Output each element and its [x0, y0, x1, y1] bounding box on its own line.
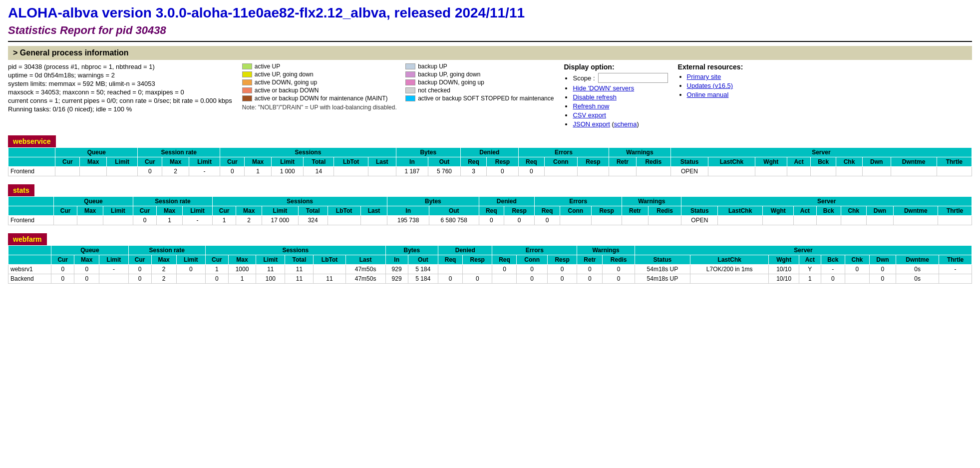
legend-item: active UP: [242, 63, 390, 70]
refresh-now-link[interactable]: Refresh now: [573, 102, 609, 110]
col-sub-header: Max: [162, 157, 189, 167]
col-sub-header: Cur: [138, 157, 162, 167]
col-sub-header: Last: [368, 157, 396, 167]
table-cell: [841, 216, 867, 225]
backend-section: statsQueueSession rateSessionsBytesDenie…: [8, 184, 972, 225]
table-cell: [53, 216, 77, 225]
disable-refresh-item: Disable refresh: [573, 93, 667, 101]
table-cell: 6 580 758: [429, 216, 479, 225]
table-cell: [80, 167, 107, 176]
col-sub-header: Resp: [463, 255, 492, 265]
col-sub-header: Req: [460, 157, 486, 167]
col-group-header: Warnings: [622, 197, 681, 206]
table-cell: 1 187: [396, 167, 428, 176]
tasks-line: Running tasks: 0/16 (0 niced); idle = 10…: [8, 105, 232, 113]
col-sub-header: Max: [157, 206, 183, 216]
table-cell: L7OK/200 in 1ms: [690, 265, 769, 274]
col-sub-header: Act: [787, 157, 811, 167]
table-cell: 100: [256, 274, 285, 284]
table-cell: 3: [460, 167, 486, 176]
table-cell: [787, 167, 811, 176]
table-cell: [794, 216, 816, 225]
primary-site-link[interactable]: Primary site: [687, 73, 721, 80]
table-cell: 0: [51, 265, 74, 274]
col-sub-header: Dwntme: [896, 255, 939, 265]
hide-down-link[interactable]: Hide 'DOWN' servers: [573, 84, 634, 92]
legend-item: active or backup DOWN: [242, 87, 390, 94]
json-export-link[interactable]: JSON export: [573, 120, 610, 128]
table-header-sub-row: CurMaxLimitCurMaxLimitCurMaxLimitTotalLb…: [8, 255, 972, 265]
col-group-header: Warnings: [609, 148, 671, 157]
csv-export-item: CSV export: [573, 111, 667, 119]
table-cell: 1: [228, 274, 256, 284]
table-cell: [648, 216, 681, 225]
disable-refresh-link[interactable]: Disable refresh: [573, 93, 616, 101]
col-sub-header: LbTot: [334, 157, 368, 167]
col-sub-header: Limit: [176, 255, 205, 265]
refresh-now-item: Refresh now: [573, 102, 667, 110]
col-group-header: Queue: [55, 148, 138, 157]
table-row: Frontend01-1217 000324195 7386 580 75800…: [8, 216, 972, 225]
col-sub-header: Status: [635, 255, 690, 265]
table-cell: 0: [577, 274, 603, 284]
table-cell: -: [182, 216, 212, 225]
col-sub-header: Cur: [220, 157, 245, 167]
col-sub-header: [8, 206, 54, 216]
col-group-header: Denied: [479, 197, 535, 206]
col-sub-header: Bck: [811, 157, 836, 167]
table-cell: 1: [205, 265, 228, 274]
col-group-header: Denied: [438, 246, 492, 255]
divider: [8, 41, 972, 42]
table-cell: [463, 265, 492, 274]
col-sub-header: Cur: [128, 255, 151, 265]
table-cell: OPEN: [670, 167, 708, 176]
table-cell: 11: [314, 274, 345, 284]
table-cell: 11: [285, 274, 314, 284]
online-manual-link[interactable]: Online manual: [687, 91, 729, 98]
col-sub-header: Redis: [648, 206, 681, 216]
col-sub-header: Retr: [609, 157, 637, 167]
scope-input[interactable]: [598, 73, 668, 83]
col-sub-header: Resp: [487, 157, 518, 167]
table-cell: [545, 167, 578, 176]
table-cell: 0: [517, 265, 547, 274]
legend-item: active UP, going down: [242, 71, 390, 78]
table-cell: 0: [504, 216, 535, 225]
col-group-header: Session rate: [138, 148, 220, 157]
table-cell: 10/10: [769, 274, 799, 284]
col-sub-header: Act: [794, 206, 816, 216]
table-cell: 0: [74, 274, 99, 284]
col-sub-header: Dwntme: [891, 157, 937, 167]
col-group-header: Queue: [51, 246, 128, 255]
display-options: Display option: Scope : Hide 'DOWN' serv…: [564, 63, 667, 129]
csv-export-link[interactable]: CSV export: [573, 111, 606, 119]
legend-item: active or backup SOFT STOPPED for mainte…: [405, 95, 554, 102]
col-sub-header: Cur: [51, 255, 74, 265]
col-sub-header: Conn: [545, 157, 578, 167]
updates-link[interactable]: Updates (v16.5): [687, 82, 733, 89]
col-group-header: Server: [681, 197, 972, 206]
table-cell: [492, 274, 517, 284]
col-group-header: Bytes: [385, 246, 438, 255]
hide-down-item: Hide 'DOWN' servers: [573, 84, 667, 92]
table-header-group-row: QueueSession rateSessionsBytesDeniedErro…: [8, 148, 972, 157]
syslimits-line: system limits: memmax = 592 MB; ulimit-n…: [8, 80, 232, 87]
col-group-header: Sessions: [205, 246, 385, 255]
col-sub-header: Conn: [560, 206, 591, 216]
page-title: ALOHA-albva version 3.0.0-aloha-11e0ae82…: [8, 5, 972, 21]
table-cell: 54m18s UP: [635, 265, 690, 274]
table-cell: 5 184: [408, 274, 438, 284]
col-sub-header: LastChk: [718, 206, 763, 216]
col-sub-header: Limit: [106, 157, 137, 167]
col-sub-header: Thrtle: [939, 255, 972, 265]
table-cell: [577, 167, 609, 176]
table-cell: 2: [162, 167, 189, 176]
col-sub-header: Conn: [517, 255, 547, 265]
col-sub-header: Max: [74, 255, 99, 265]
table-cell: 5 184: [408, 265, 438, 274]
col-sub-header: Wght: [755, 157, 787, 167]
col-group-header: Bytes: [387, 197, 479, 206]
col-sub-header: Redis: [603, 255, 635, 265]
col-sub-header: [8, 255, 51, 265]
schema-link[interactable]: schema: [614, 120, 637, 128]
